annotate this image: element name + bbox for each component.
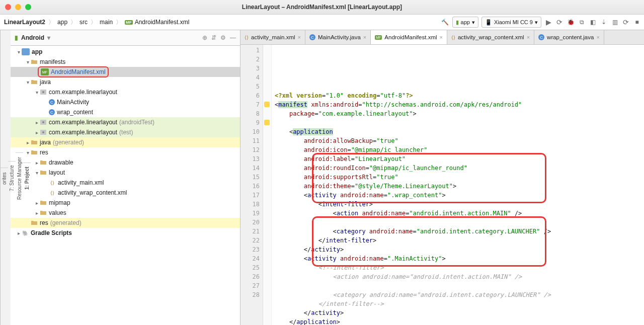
editor-tab[interactable]: CMainActivity.java×	[305, 30, 371, 44]
attach-debugger-icon[interactable]: ⇣	[600, 18, 608, 26]
code-line[interactable]: <manifest xmlns:android="http://schemas.…	[275, 100, 644, 109]
line-number[interactable]: 11	[240, 136, 263, 145]
stop-icon[interactable]: ■	[633, 18, 641, 26]
target-icon[interactable]: ⊕	[202, 34, 207, 41]
line-number[interactable]: 5	[240, 82, 263, 91]
expand-arrow-icon[interactable]: ▾	[25, 150, 31, 155]
code-line[interactable]: android:label="LinearLayout"	[275, 154, 644, 164]
code-line[interactable]	[275, 218, 644, 227]
line-number[interactable]: 16	[240, 182, 263, 191]
editor-tab[interactable]: ⟨⟩activity_wrap_content.xml×	[447, 30, 534, 44]
line-number[interactable]: 2	[240, 55, 263, 64]
breadcrumb-item[interactable]: app	[56, 19, 68, 26]
line-number[interactable]: 13	[240, 154, 263, 164]
run-config-combo[interactable]: ▮ app ▾	[452, 17, 478, 28]
line-number[interactable]: 24	[240, 254, 263, 263]
line-number[interactable]: 9	[240, 118, 263, 127]
line-number[interactable]: 3	[240, 64, 263, 73]
close-tab-icon[interactable]: ×	[440, 34, 443, 40]
code-line[interactable]: android:allowBackup="true"	[275, 136, 644, 145]
expand-arrow-icon[interactable]: ▸	[34, 160, 40, 166]
breadcrumb-item[interactable]: src	[78, 19, 89, 26]
favorites-tool-button[interactable]: orites	[1, 168, 8, 188]
line-number[interactable]: 1	[240, 46, 263, 55]
avd-manager-icon[interactable]: ▥	[611, 18, 619, 26]
code-line[interactable]: <activity android:name=".wrap_content">	[275, 191, 644, 200]
code-line[interactable]: </intent-filter-->	[275, 299, 644, 308]
project-view-mode[interactable]: Android	[21, 34, 44, 41]
close-tab-icon[interactable]: ×	[363, 34, 366, 40]
code-line[interactable]: <category android:name="android.intent.c…	[275, 290, 644, 299]
line-number[interactable]: 25	[240, 263, 263, 272]
line-number[interactable]: 20	[240, 218, 263, 227]
editor-tab[interactable]: Cwrap_content.java×	[534, 30, 604, 44]
code-line[interactable]: <?xml version="1.0" encoding="utf-8"?>	[275, 91, 644, 100]
project-tree-node[interactable]: ▾res	[11, 147, 240, 157]
expand-arrow-icon[interactable]: ▾	[25, 59, 31, 65]
line-number[interactable]: 26	[240, 272, 263, 281]
code-line[interactable]: android:icon="@mipmap/ic_launcher"	[275, 145, 644, 154]
project-tree-node[interactable]: ⟨⟩activity_main.xml	[11, 178, 240, 188]
line-number[interactable]: 28	[240, 290, 263, 299]
expand-arrow-icon[interactable]: ▸	[25, 140, 31, 145]
project-tree-node[interactable]: ▸values	[11, 208, 240, 218]
code-line[interactable]: android:theme="@style/Theme.LinearLayout…	[275, 182, 644, 191]
expand-arrow-icon[interactable]: ▾	[34, 170, 40, 176]
code-line[interactable]: <intent-filter>	[275, 200, 644, 209]
sort-icon[interactable]: ⇵	[211, 34, 216, 41]
code-line[interactable]: <activity android:name=".MainActivity">	[275, 254, 644, 263]
apply-changes-icon[interactable]: ⟳	[555, 18, 564, 26]
code-line[interactable]: android:roundIcon="@mipmap/ic_launcher_r…	[275, 164, 644, 173]
coverage-icon[interactable]: ◧	[589, 18, 597, 26]
breadcrumb-item[interactable]: LinearLayout2	[3, 19, 46, 26]
project-tool-button[interactable]: 1: Project	[23, 162, 31, 194]
code-area[interactable]: 1234567891011121314151617181920212223242…	[240, 45, 644, 325]
line-number[interactable]: 23	[240, 245, 263, 254]
code-line[interactable]: <action android:name="android.intent.act…	[275, 272, 644, 281]
code-line[interactable]: package="com.example.linearlayout">	[275, 109, 644, 118]
editor-tab[interactable]: MFAndroidManifest.xml×	[371, 30, 447, 44]
structure-tool-button[interactable]: 7: Structure	[8, 161, 16, 196]
expand-arrow-icon[interactable]: ▾	[16, 49, 22, 55]
sync-gradle-icon[interactable]: ⟳	[622, 18, 630, 26]
expand-arrow-icon[interactable]: ▸	[34, 200, 40, 206]
close-tab-icon[interactable]: ×	[298, 34, 301, 40]
breadcrumb-item[interactable]: main	[99, 19, 114, 26]
project-tree-node[interactable]: ⟨⟩activity_wrap_content.xml	[11, 188, 240, 198]
code-line[interactable]	[275, 118, 644, 127]
project-tree-node[interactable]: ▸mipmap	[11, 198, 240, 208]
line-number[interactable]: 19	[240, 209, 263, 218]
debug-icon[interactable]: 🐞	[567, 18, 575, 26]
code-line[interactable]: </application>	[275, 317, 644, 325]
line-number[interactable]: 18	[240, 200, 263, 209]
line-number[interactable]: 17	[240, 191, 263, 200]
expand-arrow-icon[interactable]: ▸	[16, 230, 22, 236]
code-content[interactable]: <?xml version="1.0" encoding="utf-8"?><m…	[272, 45, 644, 325]
run-icon[interactable]: ▶	[544, 18, 552, 26]
close-tab-icon[interactable]: ×	[596, 34, 599, 40]
expand-arrow-icon[interactable]: ▸	[34, 120, 40, 125]
code-line[interactable]: </intent-filter>	[275, 236, 644, 245]
line-number[interactable]: 27	[240, 281, 263, 290]
project-tree-node[interactable]: ▸drawable	[11, 157, 240, 168]
project-tree-node[interactable]: CMainActivity	[11, 97, 240, 107]
project-tree-node[interactable]: ▾app	[11, 47, 240, 57]
line-number-gutter[interactable]: 1234567891011121314151617181920212223242…	[240, 45, 263, 325]
code-line[interactable]: </activity>	[275, 308, 644, 317]
expand-arrow-icon[interactable]: ▾	[34, 90, 40, 95]
expand-arrow-icon[interactable]: ▸	[34, 130, 40, 135]
gear-icon[interactable]: ⚙	[220, 34, 226, 41]
line-number[interactable]: 15	[240, 173, 263, 182]
breadcrumb[interactable]: LinearLayout2〉app〉src〉main〉MFAndroidMani…	[3, 18, 190, 27]
collapse-icon[interactable]: —	[230, 34, 236, 41]
line-number[interactable]: 12	[240, 145, 263, 154]
line-number[interactable]: 14	[240, 164, 263, 173]
editor-tab[interactable]: ⟨⟩activity_main.xml×	[240, 30, 305, 44]
chevron-down-icon[interactable]: ▾	[47, 34, 50, 41]
code-line[interactable]: <category android:name="android.intent.c…	[275, 227, 644, 236]
project-tree-node[interactable]: ▸com.example.linearlayout(androidTest)	[11, 117, 240, 127]
line-number[interactable]: 21	[240, 227, 263, 236]
project-tree-node[interactable]: ▸java(generated)	[11, 137, 240, 147]
line-number[interactable]: 10	[240, 127, 263, 136]
line-number[interactable]: 7	[240, 100, 263, 109]
